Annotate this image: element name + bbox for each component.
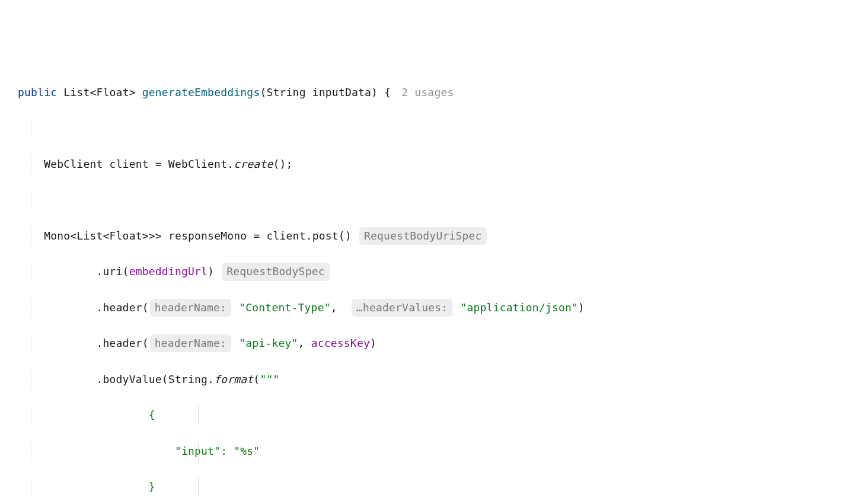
part-b: )	[578, 301, 585, 314]
code-line-8[interactable]: {	[18, 406, 850, 424]
code-line-blank[interactable]	[18, 191, 850, 209]
code-line-blank[interactable]	[18, 119, 850, 137]
code-line-4[interactable]: .uri(embeddingUrl) RequestBodySpec	[18, 263, 850, 280]
param-name: inputData	[312, 86, 371, 98]
part-a: Mono<	[44, 229, 76, 242]
type-list: List	[76, 229, 103, 242]
comma: ,	[298, 337, 311, 349]
part-a: .header(	[96, 337, 148, 349]
field-ref: embeddingUrl	[129, 265, 208, 277]
type-list: List	[63, 86, 90, 98]
code-line-6[interactable]: .header(headerName: "api-key", accessKey…	[18, 334, 850, 352]
code-line-2[interactable]: WebClient client = WebClient.create();	[18, 155, 850, 173]
static-call-create: create	[234, 158, 273, 170]
code-line-1[interactable]: public List<Float> generateEmbeddings(St…	[18, 84, 850, 101]
usage-hint[interactable]: 2 usages	[401, 86, 454, 98]
type-float: Float	[110, 229, 142, 242]
string-literal: "Content-Type"	[239, 301, 331, 314]
static-call-format: format	[214, 373, 253, 385]
part-b: >> responseMono = client.post()	[149, 229, 352, 242]
code-line-9[interactable]: "input": "%s"	[18, 442, 850, 460]
method-name: generateEmbeddings	[142, 86, 260, 98]
part-a: .bodyValue(String.	[96, 373, 214, 385]
code-line-7[interactable]: .bodyValue(String.format("""	[18, 371, 850, 388]
type-string: String	[266, 86, 305, 98]
type-float: Float	[96, 86, 129, 98]
part-b: )	[208, 265, 214, 277]
comma: ,	[331, 301, 337, 314]
part-b: )	[370, 337, 376, 349]
string-literal: }	[149, 480, 155, 493]
string-literal: """	[260, 373, 279, 385]
code-line-5[interactable]: .header(headerName: "Content-Type", …hea…	[18, 299, 850, 317]
tail: ();	[273, 158, 292, 170]
part-b: (	[253, 373, 260, 385]
inlay-hint[interactable]: RequestBodyUriSpec	[359, 227, 487, 245]
param-hint[interactable]: …headerValues:	[352, 299, 453, 317]
string-literal: {	[149, 409, 155, 421]
string-literal: "input": "%s"	[149, 445, 260, 457]
param-hint[interactable]: headerName:	[150, 299, 231, 317]
part-a: .uri(	[96, 265, 129, 277]
webclient-decl: WebClient client = WebClient.	[44, 158, 234, 170]
keyword-public: public	[18, 86, 57, 98]
field-ref: accessKey	[311, 337, 370, 349]
string-literal: "api-key"	[239, 337, 298, 349]
param-hint[interactable]: headerName:	[150, 334, 231, 352]
string-literal: "application/json"	[460, 301, 578, 314]
code-line-3[interactable]: Mono<List<Float>>> responseMono = client…	[18, 227, 850, 245]
code-line-10[interactable]: }	[18, 478, 850, 496]
part-a: .header(	[96, 301, 148, 314]
brace-open: ) {	[371, 86, 391, 98]
inlay-hint[interactable]: RequestBodySpec	[222, 263, 330, 280]
